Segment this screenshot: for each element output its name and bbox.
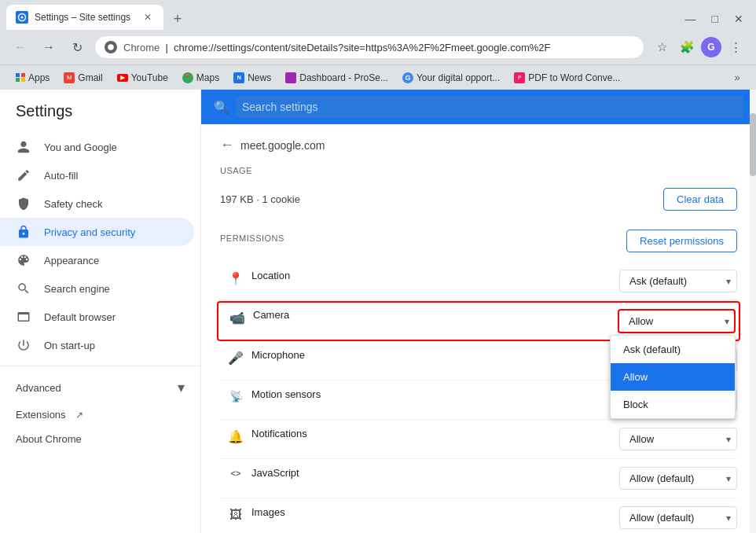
reload-button[interactable]: ↻ <box>66 36 88 58</box>
camera-dropdown-menu: Ask (default) Allow Block <box>610 335 736 419</box>
permission-row-images: 🖼 Images Allow (default) ▾ <box>220 498 737 533</box>
active-tab[interactable]: Settings – Site settings ✕ <box>6 5 163 30</box>
tab-favicon <box>16 11 28 24</box>
back-navigation[interactable]: ← meet.google.com <box>220 137 737 153</box>
title-bar: Settings – Site settings ✕ + — □ ✕ <box>0 0 756 30</box>
more-menu-icon[interactable]: ⋮ <box>725 36 747 58</box>
location-name: Location <box>251 270 290 281</box>
bookmark-news[interactable]: N News <box>227 69 277 86</box>
person-icon <box>16 139 31 155</box>
sidebar-item-search[interactable]: Search engine <box>0 274 194 303</box>
svg-point-2 <box>108 44 114 50</box>
bookmark-pdf[interactable]: P PDF to Word Conve... <box>508 69 626 86</box>
tab-close-btn[interactable]: ✕ <box>141 11 154 24</box>
motion-name: Motion sensors <box>251 388 321 400</box>
permission-row-javascript: <> JavaScript Allow (default) ▾ <box>220 459 737 498</box>
bookmark-apps[interactable]: Apps <box>9 69 56 86</box>
bookmark-dashboard[interactable]: Dashboard - ProSe... <box>279 69 395 86</box>
address-text: Chrome | chrome://settings/content/siteD… <box>123 42 634 53</box>
dropdown-block[interactable]: Block <box>611 391 735 418</box>
bookmark-youtube-label: YouTube <box>131 72 168 83</box>
camera-control: Allow ▾ Ask (default) Allow Block <box>610 309 736 333</box>
usage-label: Usage <box>220 166 737 175</box>
bookmark-star-icon[interactable]: ☆ <box>651 36 673 58</box>
about-chrome-link[interactable]: About Chrome <box>0 427 200 451</box>
search-engine-icon <box>16 281 31 296</box>
bookmark-apps-label: Apps <box>28 72 50 83</box>
omnibar-actions: ☆ 🧩 G ⋮ <box>651 36 747 58</box>
images-select[interactable]: Allow (default) <box>619 506 737 529</box>
motion-info: Motion sensors <box>251 388 611 400</box>
google-icon: G <box>402 72 413 83</box>
address-bar[interactable]: Chrome | chrome://settings/content/siteD… <box>94 35 644 59</box>
sidebar-startup-label: On start-up <box>44 340 95 351</box>
sidebar-autofill-label: Auto-fill <box>44 170 78 182</box>
javascript-name: JavaScript <box>251 467 299 479</box>
window-controls: — □ ✕ <box>679 13 750 30</box>
extensions-icon[interactable]: 🧩 <box>676 36 698 58</box>
location-select-wrapper: Ask (default) Allow Block ▾ <box>619 270 737 292</box>
camera-name: Camera <box>253 309 289 321</box>
images-icon: 🖼 <box>220 508 251 522</box>
bookmark-digital[interactable]: G Your digital opport... <box>396 69 506 86</box>
content-area: ← meet.google.com Usage 197 KB · 1 cooki… <box>201 124 756 533</box>
more-bookmarks-button[interactable]: » <box>728 68 747 87</box>
profile-avatar[interactable]: G <box>701 37 721 57</box>
sidebar-safety-label: Safety check <box>44 198 102 210</box>
reset-permissions-button[interactable]: Reset permissions <box>626 230 737 252</box>
bookmark-youtube[interactable]: ▶ YouTube <box>111 69 174 86</box>
new-tab-button[interactable]: + <box>167 8 189 30</box>
bookmark-digital-label: Your digital opport... <box>417 72 500 83</box>
sidebar-privacy-label: Privacy and security <box>44 226 135 238</box>
permissions-label: Permissions <box>220 233 284 243</box>
advanced-label: Advanced <box>16 382 61 394</box>
dropdown-allow[interactable]: Allow <box>611 363 735 391</box>
dropdown-ask-default[interactable]: Ask (default) <box>611 336 735 363</box>
close-window-button[interactable]: ✕ <box>728 13 750 25</box>
back-button[interactable]: ← <box>9 36 31 58</box>
sidebar-item-browser[interactable]: Default browser <box>0 303 194 331</box>
external-link-icon: ↗ <box>75 410 83 421</box>
maximize-button[interactable]: □ <box>706 13 725 25</box>
notifications-select[interactable]: Allow <box>619 428 737 450</box>
sidebar-you-google-label: You and Google <box>44 142 117 153</box>
autofill-icon <box>16 167 31 183</box>
sidebar-item-appearance[interactable]: Appearance <box>0 246 194 274</box>
extensions-link[interactable]: Extensions ↗ <box>0 403 200 427</box>
maps-icon: 📍 <box>182 72 193 83</box>
usage-row: 197 KB · 1 cookie Clear data <box>220 182 737 217</box>
bookmark-maps[interactable]: 📍 Maps <box>176 69 226 86</box>
sidebar-item-startup[interactable]: On start-up <box>0 331 194 359</box>
svg-point-1 <box>21 17 24 19</box>
bookmark-news-label: News <box>248 72 271 83</box>
sidebar-item-privacy[interactable]: Privacy and security <box>0 218 194 246</box>
javascript-select[interactable]: Allow (default) <box>619 467 737 490</box>
settings-main: 🔍 ← meet.google.com Usage 197 KB · 1 coo… <box>201 90 756 533</box>
clear-data-button[interactable]: Clear data <box>663 188 737 211</box>
location-select[interactable]: Ask (default) Allow Block <box>619 270 737 292</box>
notifications-info: Notifications <box>251 428 611 439</box>
sidebar-item-safety[interactable]: Safety check <box>0 189 194 218</box>
back-arrow-icon: ← <box>220 137 234 153</box>
settings-search-input[interactable] <box>236 96 743 118</box>
url-text: chrome://settings/content/siteDetails?si… <box>174 42 550 53</box>
gmail-icon: M <box>64 72 75 83</box>
sidebar-appearance-label: Appearance <box>44 255 99 266</box>
sidebar-item-autofill[interactable]: Auto-fill <box>0 161 194 189</box>
camera-icon: 📹 <box>222 311 253 325</box>
images-control: Allow (default) ▾ <box>611 506 737 529</box>
minimize-button[interactable]: — <box>679 13 703 25</box>
camera-select[interactable]: Allow <box>618 309 736 333</box>
scrollbar-track <box>750 90 756 533</box>
permission-row-notifications: 🔔 Notifications Allow ▾ <box>220 420 737 459</box>
advanced-arrow-icon: ▾ <box>178 379 185 396</box>
bookmark-gmail[interactable]: M Gmail <box>57 69 108 86</box>
browser-content: Settings You and Google Auto-fill Safety… <box>0 90 756 533</box>
sidebar-item-you-google[interactable]: You and Google <box>0 133 194 161</box>
forward-button[interactable]: → <box>38 36 60 58</box>
location-icon: 📍 <box>220 271 251 286</box>
site-security-icon <box>105 41 117 53</box>
images-info: Images <box>251 506 611 518</box>
scrollbar-thumb[interactable] <box>750 113 756 176</box>
advanced-section[interactable]: Advanced ▾ <box>0 373 200 403</box>
